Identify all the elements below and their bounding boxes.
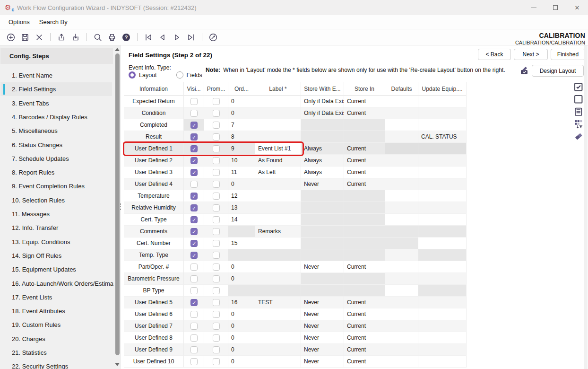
nav-next-icon[interactable] bbox=[171, 31, 183, 44]
select-all-icon[interactable] bbox=[574, 82, 583, 92]
visible-checkbox-cell[interactable] bbox=[184, 226, 204, 237]
sidebar-item-step-6[interactable]: 6. Status Changes bbox=[0, 138, 112, 152]
update-equip-cell[interactable] bbox=[418, 178, 467, 190]
prompt-checkbox-cell[interactable] bbox=[204, 273, 228, 285]
store-in-cell[interactable]: Current bbox=[344, 178, 385, 190]
label-cell[interactable] bbox=[255, 202, 301, 214]
store-in-cell[interactable]: Current bbox=[344, 155, 385, 167]
visible-checkbox-cell[interactable] bbox=[184, 237, 204, 249]
prompt-checkbox[interactable] bbox=[213, 122, 220, 129]
nav-last-icon[interactable] bbox=[185, 31, 197, 44]
prompt-checkbox[interactable] bbox=[213, 311, 220, 318]
table-row[interactable]: User Defined 311As LeftAlwaysCurrent bbox=[124, 167, 467, 178]
sidebar-item-step-1[interactable]: 1. Event Name bbox=[0, 69, 112, 82]
prompt-checkbox[interactable] bbox=[213, 110, 220, 117]
scroll-down-arrow[interactable] bbox=[115, 363, 120, 366]
sidebar-item-step-22[interactable]: 22. Security Settings bbox=[0, 360, 112, 369]
label-cell[interactable] bbox=[255, 131, 301, 143]
table-row[interactable]: Completed7 bbox=[124, 119, 467, 131]
finished-button[interactable]: Finished bbox=[551, 49, 585, 60]
sidebar-item-step-2[interactable]: 2. Field Settings bbox=[0, 82, 112, 96]
table-row[interactable]: User Defined 40NeverCurrent bbox=[124, 178, 467, 190]
visible-checkbox-cell[interactable] bbox=[184, 332, 204, 344]
table-row[interactable]: Temperature12 bbox=[124, 190, 467, 202]
store-with-cell[interactable]: Never bbox=[301, 308, 344, 320]
prompt-checkbox-cell[interactable] bbox=[204, 155, 228, 167]
visible-checkbox-cell[interactable] bbox=[184, 273, 204, 285]
table-row[interactable]: Condition0Only if Data ExistCurrent bbox=[124, 107, 467, 119]
label-cell[interactable] bbox=[255, 332, 301, 344]
store-with-cell[interactable]: Never bbox=[301, 178, 344, 190]
maximize-button[interactable] bbox=[545, 0, 566, 15]
menu-options[interactable]: Options bbox=[4, 18, 35, 26]
label-cell[interactable] bbox=[255, 107, 301, 119]
prompt-checkbox-cell[interactable] bbox=[204, 285, 228, 297]
defaults-cell[interactable] bbox=[385, 96, 418, 107]
prompt-checkbox-cell[interactable] bbox=[204, 320, 228, 332]
layout-radio[interactable] bbox=[129, 71, 136, 79]
prompt-checkbox[interactable] bbox=[213, 299, 220, 306]
prompt-checkbox[interactable] bbox=[213, 358, 220, 365]
update-equip-cell[interactable]: CAL. STATUS bbox=[418, 131, 467, 143]
help-icon[interactable]: ? bbox=[120, 31, 132, 44]
sidebar-item-step-20[interactable]: 20. Charges bbox=[0, 332, 112, 346]
row-info-cell[interactable]: Temp. Type bbox=[124, 249, 184, 261]
defaults-cell[interactable] bbox=[385, 261, 418, 273]
store-with-cell[interactable]: Only if Data Exist bbox=[301, 107, 344, 119]
visible-checkbox-cell[interactable] bbox=[184, 261, 204, 273]
table-row[interactable]: User Defined 516TESTNeverCurrent bbox=[124, 297, 467, 308]
table-row[interactable]: Result8CAL. STATUS bbox=[124, 131, 467, 143]
order-cell[interactable]: 0 bbox=[228, 332, 255, 344]
visible-checkbox-cell[interactable] bbox=[184, 131, 204, 143]
row-info-cell[interactable]: Result bbox=[124, 131, 184, 143]
store-in-cell[interactable]: Current bbox=[344, 143, 385, 155]
label-cell[interactable] bbox=[255, 178, 301, 190]
prompt-checkbox[interactable] bbox=[213, 264, 220, 271]
visible-checkbox[interactable] bbox=[190, 264, 198, 271]
visible-checkbox-cell[interactable] bbox=[184, 320, 204, 332]
prompt-checkbox[interactable] bbox=[213, 157, 220, 164]
row-info-cell[interactable]: Expected Return bbox=[124, 96, 184, 107]
prompt-checkbox[interactable] bbox=[213, 169, 220, 176]
update-equip-cell[interactable] bbox=[418, 155, 467, 167]
minimize-button[interactable] bbox=[523, 0, 545, 15]
table-row[interactable]: User Defined 80NeverCurrent bbox=[124, 332, 467, 344]
search-icon[interactable] bbox=[92, 31, 104, 44]
prompt-checkbox[interactable] bbox=[213, 334, 220, 342]
prompt-checkbox[interactable] bbox=[213, 216, 220, 223]
prompt-checkbox[interactable] bbox=[213, 346, 220, 353]
save-icon[interactable] bbox=[19, 31, 31, 44]
table-row[interactable]: BP Type bbox=[124, 285, 467, 297]
store-in-cell[interactable]: Current bbox=[344, 107, 385, 119]
table-row[interactable]: User Defined 19Event List #1AlwaysCurren… bbox=[124, 143, 467, 155]
row-info-cell[interactable]: User Defined 6 bbox=[124, 308, 184, 320]
table-row[interactable]: User Defined 90NeverCurrent bbox=[124, 344, 467, 356]
prompt-checkbox-cell[interactable] bbox=[204, 143, 228, 155]
store-with-cell[interactable]: Never bbox=[301, 332, 344, 344]
store-in-cell[interactable]: Current bbox=[344, 320, 385, 332]
order-cell[interactable]: 14 bbox=[228, 214, 255, 226]
store-with-cell[interactable]: Never bbox=[301, 261, 344, 273]
prompt-checkbox-cell[interactable] bbox=[204, 107, 228, 119]
table-row[interactable]: Relative Humidity13 bbox=[124, 202, 467, 214]
store-in-cell[interactable]: Current bbox=[344, 297, 385, 308]
defaults-cell[interactable] bbox=[385, 249, 418, 261]
defaults-cell[interactable] bbox=[385, 308, 418, 320]
fields-radio[interactable] bbox=[176, 71, 183, 79]
row-info-cell[interactable]: Relative Humidity bbox=[124, 202, 184, 214]
prompt-checkbox[interactable] bbox=[213, 181, 220, 188]
visible-checkbox-cell[interactable] bbox=[184, 202, 204, 214]
next-button[interactable]: Next > bbox=[514, 49, 548, 60]
sidebar-item-step-4[interactable]: 4. Barcodes / Display Rules bbox=[0, 110, 112, 124]
sidebar-item-step-11[interactable]: 11. Messages bbox=[0, 207, 112, 221]
recreate-layout-icon[interactable] bbox=[519, 66, 530, 76]
label-cell[interactable]: As Found bbox=[255, 155, 301, 167]
order-cell[interactable]: 13 bbox=[228, 202, 255, 214]
order-cell[interactable]: 12 bbox=[228, 190, 255, 202]
visible-checkbox[interactable] bbox=[190, 181, 198, 188]
sidebar-item-step-7[interactable]: 7. Schedule Updates bbox=[0, 152, 112, 166]
row-info-cell[interactable]: Cert. Number bbox=[124, 237, 184, 249]
defaults-cell[interactable] bbox=[385, 155, 418, 167]
defaults-cell[interactable] bbox=[385, 167, 418, 178]
defaults-cell[interactable] bbox=[385, 285, 418, 297]
